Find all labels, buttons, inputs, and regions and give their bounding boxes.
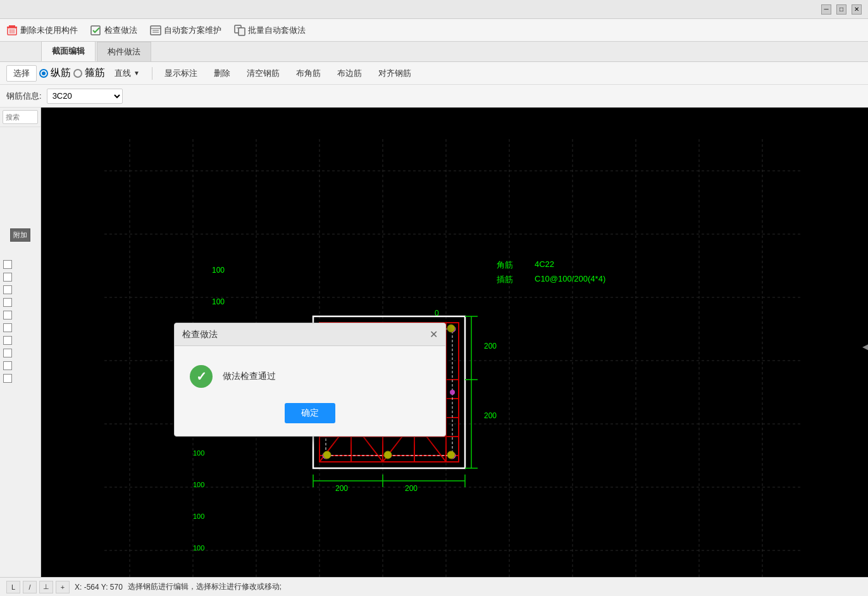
batch-method-icon (234, 25, 245, 36)
tabs-bar: 截面编辑 构件做法 (0, 42, 868, 62)
status-tool-perp[interactable]: ⊥ (39, 581, 53, 593)
tab-section-edit[interactable]: 截面编辑 (41, 41, 96, 61)
svg-rect-1 (9, 25, 15, 27)
check-method-button[interactable]: 检查做法 (90, 25, 137, 36)
corner-value: 4C22 (535, 259, 554, 269)
right-panel-arrow[interactable]: ◀ (862, 342, 868, 351)
status-tool-l[interactable]: L (6, 581, 20, 593)
dim-left-100-5: 100 (193, 544, 204, 552)
close-button[interactable]: ✕ (852, 4, 862, 15)
tab-component-method[interactable]: 构件做法 (97, 42, 151, 61)
longitudinal-radio[interactable] (39, 69, 48, 78)
zero-label: 0 (435, 309, 439, 318)
checkbox-8[interactable] (3, 361, 12, 370)
dim-right-200-2: 200 (484, 411, 497, 420)
title-bar-controls: ─ □ ✕ (821, 4, 862, 15)
stirrup-radio-group[interactable]: 箍筋 (73, 66, 105, 80)
success-icon (190, 365, 213, 388)
svg-point-60 (447, 325, 455, 332)
checkbox-7[interactable] (3, 349, 12, 357)
modal-title: 检查做法 (182, 329, 218, 340)
checkbox-3[interactable] (3, 298, 12, 307)
status-message: 选择钢筋进行编辑，选择标注进行修改或移动; (128, 581, 282, 592)
delete-unused-button[interactable]: 删除未使用构件 (6, 25, 78, 36)
modal-dialog: 检查做法 ✕ 做法检查通过 确定 (174, 323, 446, 437)
checkbox-9[interactable] (3, 374, 12, 383)
left-sidebar: 附加 (0, 108, 41, 577)
rebar-info-label: 钢筋信息: (6, 90, 42, 102)
separator-1 (152, 67, 152, 80)
select-button[interactable]: 选择 (6, 65, 37, 82)
title-bar: ─ □ ✕ (0, 0, 868, 19)
dim-top-100-1: 100 (212, 266, 225, 275)
maximize-button[interactable]: □ (836, 4, 846, 15)
align-rebar-button[interactable]: 对齐钢筋 (371, 65, 418, 82)
svg-point-54 (450, 390, 455, 395)
dim-bottom-200-2: 200 (405, 484, 418, 493)
dim-left-100-4: 100 (193, 512, 204, 520)
top-toolbar: 删除未使用构件 检查做法 自动套方案维护 批量自动套做法 (0, 19, 868, 42)
batch-method-button[interactable]: 批量自动套做法 (234, 25, 306, 36)
secondary-toolbar: 选择 纵筋 箍筋 直线 ▼ 显示标注 删除 清空钢筋 布角筋 布边筋 对齐钢筋 (0, 62, 868, 85)
status-tool-slash[interactable]: / (23, 581, 37, 593)
delete-unused-icon (6, 25, 18, 36)
show-mark-button[interactable]: 显示标注 (158, 65, 204, 82)
check-method-icon (90, 25, 102, 36)
checkbox-2[interactable] (3, 285, 12, 294)
line-dropdown[interactable]: 直线 ▼ (108, 65, 147, 82)
lay-edge-button[interactable]: 布边筋 (330, 65, 369, 82)
svg-point-56 (323, 451, 331, 459)
delete-button[interactable]: 删除 (207, 65, 237, 82)
auto-method-button[interactable]: 自动套方案维护 (150, 25, 221, 36)
auto-method-label: 自动套方案维护 (164, 25, 221, 36)
dim-left-100-3: 100 (193, 481, 204, 488)
stirrup-radio[interactable] (73, 69, 82, 78)
minimize-button[interactable]: ─ (821, 4, 831, 15)
longitudinal-radio-group[interactable]: 纵筋 (39, 66, 71, 80)
search-input[interactable] (3, 110, 38, 124)
delete-unused-label: 删除未使用构件 (20, 25, 78, 36)
svg-rect-6 (91, 26, 100, 35)
search-box (0, 108, 40, 127)
checkbox-0[interactable] (3, 260, 12, 269)
add-button[interactable]: 附加 (10, 228, 30, 242)
rebar-info-select[interactable]: 3C20 (47, 89, 123, 104)
checkbox-4[interactable] (3, 311, 12, 320)
modal-header: 检查做法 ✕ (175, 323, 445, 346)
lay-corner-button[interactable]: 布角筋 (289, 65, 328, 82)
canvas-area[interactable]: 100 100 200 200 200 200 100 100 100 100 … (41, 108, 868, 577)
main-content: 附加 (0, 108, 868, 577)
insert-label: 插筋 (497, 274, 513, 285)
check-method-label: 检查做法 (104, 25, 137, 36)
modal-body: 做法检查通过 (175, 346, 445, 403)
svg-rect-12 (239, 28, 245, 35)
status-tool-plus[interactable]: + (56, 581, 70, 593)
dropdown-arrow-icon: ▼ (133, 70, 140, 77)
drawing-svg (41, 108, 868, 577)
modal-close-button[interactable]: ✕ (430, 330, 438, 340)
checkbox-5[interactable] (3, 323, 12, 332)
checkbox-1[interactable] (3, 273, 12, 282)
modal-footer: 确定 (175, 403, 445, 436)
properties-bar: 钢筋信息: 3C20 (0, 85, 868, 108)
status-tools: L / ⊥ + (6, 581, 70, 593)
checkbox-6[interactable] (3, 336, 12, 345)
auto-method-icon (150, 25, 161, 36)
dim-left-100-2: 100 (193, 449, 204, 457)
clear-rebar-button[interactable]: 清空钢筋 (240, 65, 287, 82)
svg-point-57 (384, 451, 392, 459)
svg-point-58 (447, 451, 455, 459)
modal-message: 做法检查通过 (223, 371, 276, 382)
insert-value: C10@100/200(4*4) (535, 274, 605, 283)
confirm-button[interactable]: 确定 (285, 403, 335, 423)
status-bar: L / ⊥ + X: -564 Y: 570 选择钢筋进行编辑，选择标注进行修改… (0, 577, 868, 596)
dim-right-200-1: 200 (484, 342, 497, 351)
corner-label: 角筋 (497, 259, 513, 271)
batch-method-label: 批量自动套做法 (248, 25, 306, 36)
dim-top-100-2: 100 (212, 297, 225, 306)
dim-bottom-200-1: 200 (335, 484, 348, 493)
status-coordinates: X: -564 Y: 570 (75, 583, 123, 592)
